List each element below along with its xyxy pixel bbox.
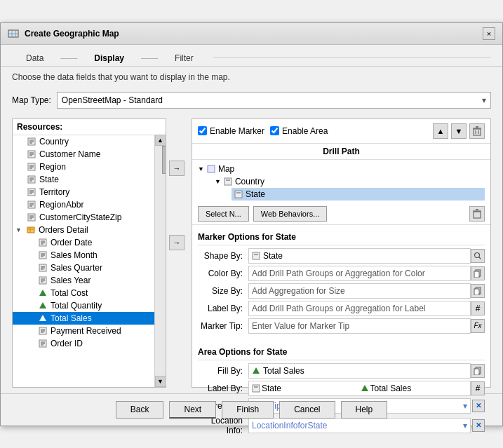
area-label-by-field[interactable]: State Total Sales <box>248 381 471 396</box>
total-sales-icon-small <box>361 384 369 393</box>
list-item[interactable]: Customer Name <box>13 148 154 161</box>
size-by-field[interactable]: Add Aggregation for Size <box>248 283 471 299</box>
next-button[interactable]: Next <box>169 401 216 419</box>
area-label-by-hash-button[interactable]: # <box>471 381 485 395</box>
list-item[interactable]: Country <box>13 135 154 148</box>
right-top-bar: Enable Marker Enable Area ▲ ▼ <box>192 119 490 144</box>
map-type-row: Map Type: OpenStreetMap - Standard ▾ <box>1 88 502 113</box>
svg-rect-75 <box>253 252 260 259</box>
fill-by-copy-button[interactable] <box>471 364 485 378</box>
tab-data[interactable]: Data <box>12 50 58 66</box>
field-icon <box>27 187 36 197</box>
list-item[interactable]: Sales Year <box>13 274 154 287</box>
location-info-clear-button[interactable]: ✕ <box>472 419 485 432</box>
expand-arrow-icon: ▼ <box>198 165 204 172</box>
area-label-totalsales-value: Total Sales <box>370 383 468 393</box>
transfer-right-button[interactable]: → <box>169 161 185 176</box>
title-bar: Create Geographic Map × <box>1 23 502 45</box>
copy-icon <box>474 269 482 278</box>
list-item[interactable]: Total Quantity <box>13 299 154 312</box>
aggregate-icon <box>38 288 48 298</box>
drill-node-state-selected[interactable]: State <box>232 188 485 201</box>
enable-marker-input[interactable] <box>198 126 207 135</box>
color-by-row: Color By: Add Drill Path Groups or Aggre… <box>198 266 485 281</box>
field-icon <box>27 200 36 210</box>
list-item[interactable]: Sales Month <box>13 249 154 262</box>
tab-filter[interactable]: Filter <box>161 50 208 66</box>
drill-node-country: ▼ Country <box>198 175 485 188</box>
select-n-button[interactable]: Select N... <box>198 206 249 222</box>
list-item[interactable]: Total Sales <box>13 312 154 325</box>
area-tip-clear-button[interactable]: ✕ <box>472 400 485 412</box>
location-info-label: Location Info: <box>198 416 248 435</box>
search-icon <box>474 252 482 260</box>
top-action-buttons: ▲ ▼ <box>433 123 485 139</box>
drill-state-label: State <box>246 189 265 199</box>
list-item[interactable]: Sales Quarter <box>13 262 154 274</box>
resources-tree[interactable]: Country Customer Name Region <box>13 135 154 387</box>
tab-display[interactable]: Display <box>80 50 138 66</box>
list-item[interactable]: Order Date <box>13 236 154 249</box>
svg-rect-62 <box>474 129 481 135</box>
help-button[interactable]: Help <box>341 401 388 419</box>
list-item-label: Order ID <box>51 339 83 348</box>
area-label-state-value: State <box>262 383 359 393</box>
list-item[interactable]: Payment Received <box>13 325 154 337</box>
list-item[interactable]: RegionAbbr <box>13 198 154 211</box>
location-info-select[interactable]: LocationInfoforState ▾ <box>248 418 471 433</box>
list-item-label: Region <box>39 162 66 172</box>
size-by-copy-button[interactable] <box>471 284 485 298</box>
shape-by-field[interactable]: State <box>248 248 471 264</box>
list-item[interactable]: Order ID <box>13 337 154 350</box>
fill-by-field[interactable]: Total Sales <box>248 363 471 379</box>
table-icon <box>26 225 36 235</box>
fill-by-row: Fill By: Total Sales <box>198 363 485 379</box>
map-type-select[interactable]: OpenStreetMap - Standard ▾ <box>57 92 491 109</box>
color-by-copy-button[interactable] <box>471 266 485 280</box>
list-item[interactable]: ▼ Orders Detail <box>13 224 154 236</box>
close-button[interactable]: × <box>483 27 495 40</box>
color-by-field[interactable]: Add Drill Path Groups or Aggregation for… <box>248 266 471 281</box>
enable-area-input[interactable] <box>270 126 279 135</box>
transfer-right-2-button[interactable]: → <box>169 235 185 250</box>
enable-marker-checkbox[interactable]: Enable Marker <box>198 126 264 136</box>
svg-marker-51 <box>39 290 46 296</box>
copy-icon <box>474 287 482 295</box>
label-by-field[interactable]: Add Drill Path Groups or Aggregation for… <box>248 301 471 316</box>
field-icon <box>27 162 36 172</box>
field-icon <box>38 276 48 285</box>
svg-marker-53 <box>39 315 46 321</box>
drill-delete-button[interactable] <box>469 206 485 222</box>
enable-area-checkbox[interactable]: Enable Area <box>270 126 328 136</box>
area-label-by-row: Label By: State Total Sales # <box>198 381 485 396</box>
list-item[interactable]: State <box>13 173 154 186</box>
label-by-hash-button[interactable]: # <box>471 301 485 315</box>
list-item[interactable]: CustomerCityStateZip <box>13 211 154 224</box>
list-item-label: Sales Year <box>51 276 90 285</box>
scrollbar-thumb[interactable] <box>162 146 166 174</box>
list-item[interactable]: Total Cost <box>13 287 154 299</box>
cancel-button[interactable]: Cancel <box>279 401 335 419</box>
fill-by-value: Total Sales <box>263 366 467 376</box>
shape-by-search-button[interactable] <box>471 249 485 263</box>
aggregate-icon <box>38 313 48 323</box>
web-behaviors-button[interactable]: Web Behaviors... <box>253 206 328 222</box>
marker-tip-fx-button[interactable]: Fx <box>471 319 485 333</box>
scrollbar-down-button[interactable]: ▼ <box>155 376 166 387</box>
move-up-button[interactable]: ▲ <box>433 123 448 139</box>
copy-icon <box>474 367 482 375</box>
list-item-label: Country <box>39 137 69 147</box>
fx-icon: Fx <box>474 322 481 330</box>
back-button[interactable]: Back <box>116 401 164 419</box>
list-item[interactable]: Territory <box>13 186 154 198</box>
svg-marker-52 <box>39 302 46 308</box>
list-item-label: Sales Quarter <box>51 263 102 273</box>
delete-button[interactable] <box>469 123 485 139</box>
scrollbar-up-button[interactable]: ▲ <box>155 135 166 146</box>
finish-button[interactable]: Finish <box>222 401 274 419</box>
marker-tip-field[interactable]: Enter Value for Marker Tip <box>248 318 471 334</box>
list-item[interactable]: Region <box>13 161 154 173</box>
svg-rect-70 <box>235 191 242 198</box>
move-down-button[interactable]: ▼ <box>451 123 467 139</box>
list-item-label: Total Quantity <box>51 301 102 311</box>
